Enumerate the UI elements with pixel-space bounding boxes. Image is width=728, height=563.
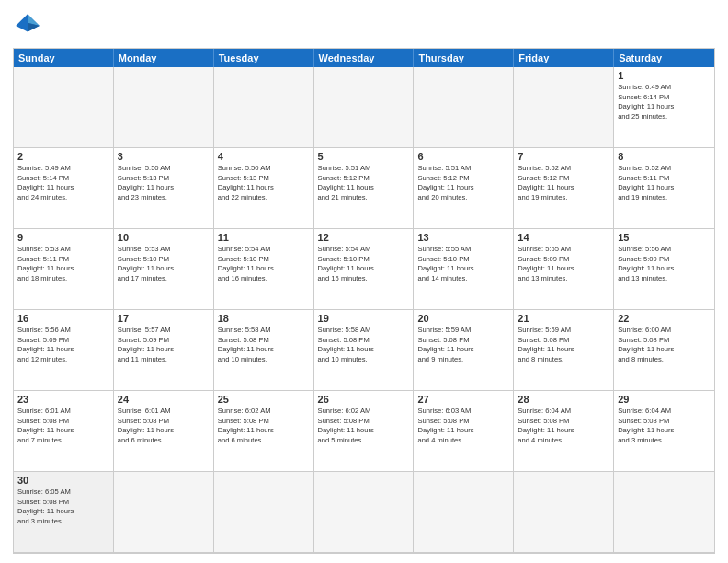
calendar-cell: 26Sunrise: 6:02 AM Sunset: 5:08 PM Dayli… (314, 391, 415, 472)
day-info: Sunrise: 6:01 AM Sunset: 5:08 PM Dayligh… (17, 407, 109, 446)
calendar-cell: 4Sunrise: 5:50 AM Sunset: 5:13 PM Daylig… (214, 148, 314, 229)
calendar-cell (314, 67, 415, 148)
day-number: 21 (518, 313, 609, 324)
day-info: Sunrise: 6:04 AM Sunset: 5:08 PM Dayligh… (518, 407, 609, 446)
calendar-cell: 17Sunrise: 5:57 AM Sunset: 5:09 PM Dayli… (114, 310, 214, 391)
calendar: SundayMondayTuesdayWednesdayThursdayFrid… (13, 48, 715, 554)
day-number: 30 (17, 475, 109, 486)
calendar-cell: 7Sunrise: 5:52 AM Sunset: 5:12 PM Daylig… (514, 148, 614, 229)
calendar-cell (214, 472, 314, 553)
day-number: 10 (118, 232, 210, 243)
day-info: Sunrise: 5:56 AM Sunset: 5:09 PM Dayligh… (618, 245, 711, 284)
calendar-cell (14, 67, 114, 148)
day-number: 6 (417, 151, 509, 162)
calendar-cell: 22Sunrise: 6:00 AM Sunset: 5:08 PM Dayli… (614, 310, 714, 391)
calendar-body: 1Sunrise: 6:49 AM Sunset: 6:14 PM Daylig… (14, 67, 714, 553)
day-number: 20 (417, 313, 509, 324)
day-number: 29 (618, 394, 711, 405)
day-number: 28 (518, 394, 609, 405)
page: SundayMondayTuesdayWednesdayThursdayFrid… (0, 0, 728, 563)
day-number: 26 (318, 394, 410, 405)
day-info: Sunrise: 5:59 AM Sunset: 5:08 PM Dayligh… (518, 326, 609, 365)
day-info: Sunrise: 6:02 AM Sunset: 5:08 PM Dayligh… (318, 407, 410, 446)
day-info: Sunrise: 6:02 AM Sunset: 5:08 PM Dayligh… (218, 407, 310, 446)
day-number: 8 (618, 151, 711, 162)
header-day-monday: Monday (114, 49, 214, 67)
calendar-cell: 3Sunrise: 5:50 AM Sunset: 5:13 PM Daylig… (114, 148, 214, 229)
day-number: 22 (618, 313, 711, 324)
day-info: Sunrise: 6:03 AM Sunset: 5:08 PM Dayligh… (417, 407, 509, 446)
day-info: Sunrise: 6:04 AM Sunset: 5:08 PM Dayligh… (618, 407, 711, 446)
calendar-cell (514, 472, 614, 553)
header (13, 11, 715, 40)
day-number: 13 (417, 232, 509, 243)
day-number: 18 (218, 313, 310, 324)
day-number: 9 (17, 232, 109, 243)
calendar-cell: 8Sunrise: 5:52 AM Sunset: 5:11 PM Daylig… (614, 148, 714, 229)
day-number: 4 (218, 151, 310, 162)
calendar-cell (214, 67, 314, 148)
header-day-wednesday: Wednesday (314, 49, 415, 67)
day-info: Sunrise: 6:05 AM Sunset: 5:08 PM Dayligh… (17, 488, 109, 527)
calendar-cell: 1Sunrise: 6:49 AM Sunset: 6:14 PM Daylig… (614, 67, 714, 148)
day-number: 25 (218, 394, 310, 405)
calendar-cell: 6Sunrise: 5:51 AM Sunset: 5:12 PM Daylig… (414, 148, 514, 229)
calendar-cell: 27Sunrise: 6:03 AM Sunset: 5:08 PM Dayli… (414, 391, 514, 472)
calendar-cell (414, 472, 514, 553)
day-info: Sunrise: 5:59 AM Sunset: 5:08 PM Dayligh… (417, 326, 509, 365)
day-info: Sunrise: 5:55 AM Sunset: 5:10 PM Dayligh… (417, 245, 509, 284)
calendar-cell (114, 472, 214, 553)
calendar-cell: 13Sunrise: 5:55 AM Sunset: 5:10 PM Dayli… (414, 229, 514, 310)
day-info: Sunrise: 5:53 AM Sunset: 5:11 PM Dayligh… (17, 245, 109, 284)
day-info: Sunrise: 5:58 AM Sunset: 5:08 PM Dayligh… (218, 326, 310, 365)
day-number: 17 (118, 313, 210, 324)
day-info: Sunrise: 5:52 AM Sunset: 5:12 PM Dayligh… (518, 164, 609, 203)
day-number: 16 (17, 313, 109, 324)
header-day-saturday: Saturday (614, 49, 714, 67)
header-day-thursday: Thursday (414, 49, 514, 67)
day-info: Sunrise: 5:57 AM Sunset: 5:09 PM Dayligh… (118, 326, 210, 365)
calendar-cell: 5Sunrise: 5:51 AM Sunset: 5:12 PM Daylig… (314, 148, 415, 229)
day-number: 15 (618, 232, 711, 243)
calendar-cell: 24Sunrise: 6:01 AM Sunset: 5:08 PM Dayli… (114, 391, 214, 472)
header-day-tuesday: Tuesday (214, 49, 314, 67)
day-info: Sunrise: 5:50 AM Sunset: 5:13 PM Dayligh… (118, 164, 210, 203)
logo-icon (13, 11, 42, 40)
day-number: 12 (318, 232, 410, 243)
day-info: Sunrise: 6:00 AM Sunset: 5:08 PM Dayligh… (618, 326, 711, 365)
calendar-cell: 21Sunrise: 5:59 AM Sunset: 5:08 PM Dayli… (514, 310, 614, 391)
calendar-header: SundayMondayTuesdayWednesdayThursdayFrid… (14, 49, 714, 67)
calendar-cell: 15Sunrise: 5:56 AM Sunset: 5:09 PM Dayli… (614, 229, 714, 310)
calendar-cell: 25Sunrise: 6:02 AM Sunset: 5:08 PM Dayli… (214, 391, 314, 472)
calendar-cell: 16Sunrise: 5:56 AM Sunset: 5:09 PM Dayli… (14, 310, 114, 391)
calendar-cell (314, 472, 415, 553)
calendar-cell: 11Sunrise: 5:54 AM Sunset: 5:10 PM Dayli… (214, 229, 314, 310)
calendar-cell: 12Sunrise: 5:54 AM Sunset: 5:10 PM Dayli… (314, 229, 415, 310)
day-info: Sunrise: 6:01 AM Sunset: 5:08 PM Dayligh… (118, 407, 210, 446)
day-info: Sunrise: 5:58 AM Sunset: 5:08 PM Dayligh… (318, 326, 410, 365)
day-info: Sunrise: 5:51 AM Sunset: 5:12 PM Dayligh… (417, 164, 509, 203)
day-number: 23 (17, 394, 109, 405)
calendar-cell: 2Sunrise: 5:49 AM Sunset: 5:14 PM Daylig… (14, 148, 114, 229)
day-info: Sunrise: 5:56 AM Sunset: 5:09 PM Dayligh… (17, 326, 109, 365)
calendar-cell: 9Sunrise: 5:53 AM Sunset: 5:11 PM Daylig… (14, 229, 114, 310)
day-info: Sunrise: 5:50 AM Sunset: 5:13 PM Dayligh… (218, 164, 310, 203)
calendar-cell: 28Sunrise: 6:04 AM Sunset: 5:08 PM Dayli… (514, 391, 614, 472)
day-info: Sunrise: 5:51 AM Sunset: 5:12 PM Dayligh… (318, 164, 410, 203)
day-info: Sunrise: 5:54 AM Sunset: 5:10 PM Dayligh… (218, 245, 310, 284)
day-number: 7 (518, 151, 609, 162)
day-number: 27 (417, 394, 509, 405)
day-number: 3 (118, 151, 210, 162)
day-info: Sunrise: 5:52 AM Sunset: 5:11 PM Dayligh… (618, 164, 711, 203)
logo (13, 11, 46, 40)
calendar-cell: 14Sunrise: 5:55 AM Sunset: 5:09 PM Dayli… (514, 229, 614, 310)
day-info: Sunrise: 5:55 AM Sunset: 5:09 PM Dayligh… (518, 245, 609, 284)
day-number: 19 (318, 313, 410, 324)
day-number: 1 (618, 70, 711, 81)
calendar-cell (514, 67, 614, 148)
day-number: 5 (318, 151, 410, 162)
calendar-cell: 19Sunrise: 5:58 AM Sunset: 5:08 PM Dayli… (314, 310, 415, 391)
header-day-sunday: Sunday (14, 49, 114, 67)
day-number: 24 (118, 394, 210, 405)
day-info: Sunrise: 6:49 AM Sunset: 6:14 PM Dayligh… (618, 83, 711, 122)
